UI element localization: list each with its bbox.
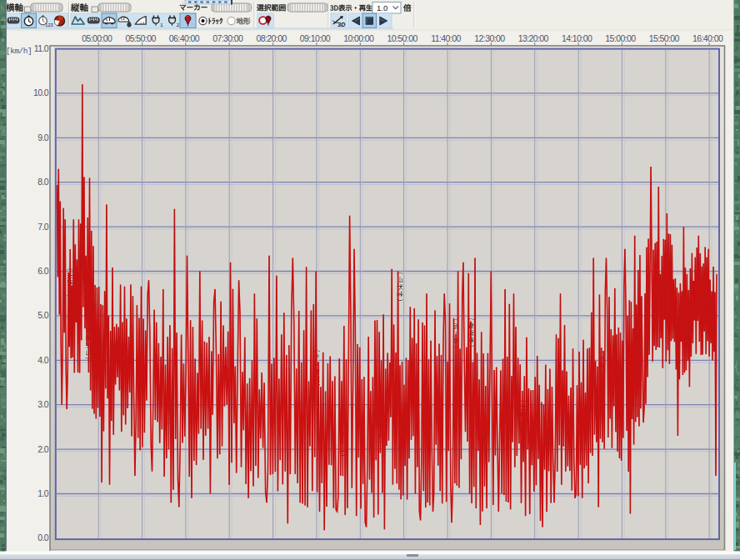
svg-text:13:20:00: 13:20:00: [518, 33, 549, 43]
svg-text:123: 123: [45, 22, 52, 28]
svg-text:7.0: 7.0: [38, 222, 49, 232]
svg-text:09:10:00: 09:10:00: [300, 33, 331, 43]
svg-text:8.0: 8.0: [38, 177, 49, 187]
svg-text:14:10:00: 14:10:00: [562, 33, 592, 43]
svg-text:07:30:00: 07:30:00: [212, 33, 243, 43]
svg-text:10:50:00: 10:50:00: [388, 33, 418, 43]
svg-text:4.0: 4.0: [38, 355, 49, 365]
svg-text:15:50:00: 15:50:00: [649, 33, 680, 43]
svg-text:15:00:00: 15:00:00: [605, 33, 636, 43]
svg-text:0.0: 0.0: [38, 532, 49, 542]
svg-text:3.0: 3.0: [38, 399, 49, 409]
svg-text:10.0: 10.0: [33, 88, 49, 98]
svg-text:11.0: 11.0: [34, 43, 49, 53]
svg-text:1.0: 1.0: [38, 488, 49, 498]
svg-text:5.0: 5.0: [38, 310, 49, 320]
svg-text:06:40:00: 06:40:00: [169, 33, 200, 43]
svg-text:6.0: 6.0: [38, 266, 49, 276]
svg-text:10:00:00: 10:00:00: [343, 33, 374, 43]
svg-text:12:30:00: 12:30:00: [474, 33, 505, 43]
svg-text:2.0: 2.0: [38, 444, 49, 454]
svg-text:16:40:00: 16:40:00: [692, 33, 723, 43]
svg-text:9.0: 9.0: [38, 132, 49, 142]
svg-text:05:00:00: 05:00:00: [82, 33, 112, 43]
svg-text:05:50:00: 05:50:00: [126, 33, 157, 43]
svg-text:3D: 3D: [338, 22, 345, 28]
svg-text:11:40:00: 11:40:00: [431, 33, 461, 43]
svg-text:[km/h]: [km/h]: [6, 47, 32, 56]
svg-text:08:20:00: 08:20:00: [257, 33, 288, 43]
svg-text:1.0: 1.0: [377, 3, 388, 12]
